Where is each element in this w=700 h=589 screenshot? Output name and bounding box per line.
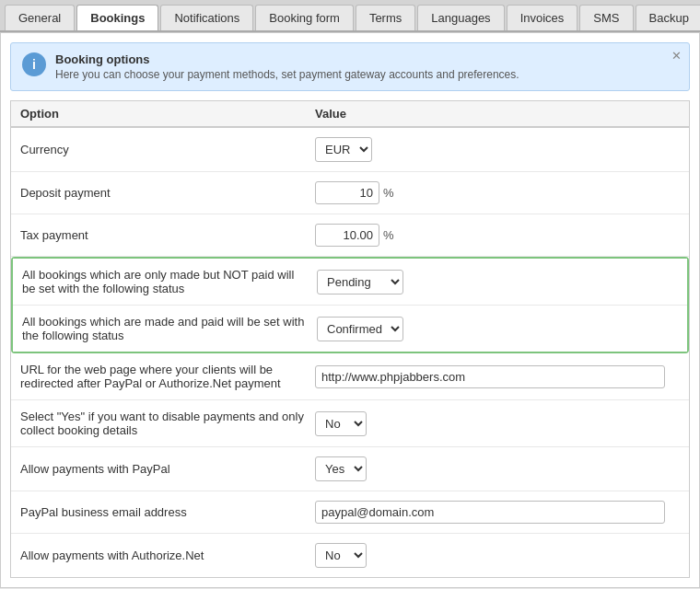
row-label: Select "Yes" if you want to disable paym… (20, 410, 315, 437)
tab-sms[interactable]: SMS (579, 5, 633, 30)
tab-terms[interactable]: Terms (356, 5, 415, 30)
table-row: Allow payments with Authorize.NetNoYes (11, 534, 689, 577)
percent-sign: % (383, 186, 394, 200)
col-value-header: Value (315, 107, 680, 121)
select-select-"yes"-if-you-[interactable]: NoYes (315, 411, 367, 436)
row-value: ConfirmedPendingCancelled (317, 317, 678, 341)
select-allow-payments-with-[interactable]: NoYes (315, 543, 367, 568)
main-content: i Booking options Here you can choose yo… (0, 32, 700, 588)
row-label: Currency (20, 143, 315, 156)
tab-notifications[interactable]: Notifications (160, 5, 253, 30)
banner-text: Booking options Here you can choose your… (55, 52, 678, 81)
tab-bookings[interactable]: Bookings (76, 5, 158, 30)
row-value: NoYes (315, 411, 680, 436)
percent-sign: % (383, 228, 394, 242)
row-value: PendingConfirmedCancelled (317, 270, 678, 294)
info-icon: i (22, 52, 46, 76)
table-row: Allow payments with PayPalYesNo (11, 447, 689, 491)
col-option-header: Option (20, 107, 315, 121)
table-row: All bookings which are only made but NOT… (13, 259, 687, 306)
options-table: Option Value CurrencyEURUSDGBPJPYDeposit… (10, 100, 690, 578)
banner-title: Booking options (55, 52, 678, 66)
row-value (315, 365, 680, 388)
table-row: Tax payment% (11, 214, 689, 257)
row-value: EURUSDGBPJPY (315, 137, 680, 162)
table-row: All bookings which are made and paid wil… (13, 306, 687, 352)
number-input[interactable] (315, 181, 379, 204)
row-label: Allow payments with Authorize.Net (20, 549, 315, 562)
row-value: % (315, 181, 680, 204)
rows-container: CurrencyEURUSDGBPJPYDeposit payment%Tax … (11, 128, 689, 577)
select-currency[interactable]: EURUSDGBPJPY (315, 137, 372, 162)
table-row: CurrencyEURUSDGBPJPY (11, 128, 689, 172)
select-all-bookings-which-a[interactable]: PendingConfirmedCancelled (317, 270, 403, 294)
row-value: NoYes (315, 543, 680, 568)
select-allow-payments-with-[interactable]: YesNo (315, 456, 367, 481)
row-label: Allow payments with PayPal (20, 462, 315, 476)
tab-general[interactable]: General (5, 5, 75, 30)
row-value: % (315, 224, 680, 247)
row-label: Tax payment (20, 228, 315, 242)
row-value: YesNo (315, 456, 680, 481)
close-banner-button[interactable]: ✕ (671, 49, 682, 63)
row-label: Deposit payment (20, 186, 315, 200)
highlight-group: All bookings which are only made but NOT… (11, 257, 689, 353)
tab-invoices[interactable]: Invoices (507, 5, 578, 30)
tab-bar: GeneralBookingsNotificationsBooking form… (0, 0, 700, 32)
table-row: Select "Yes" if you want to disable paym… (11, 400, 689, 447)
table-row: Deposit payment% (11, 172, 689, 214)
banner-desc: Here you can choose your payment methods… (55, 68, 678, 81)
row-label: All bookings which are only made but NOT… (22, 268, 317, 295)
row-label: PayPal business email address (20, 505, 315, 519)
row-value (315, 501, 680, 524)
url-input[interactable] (315, 365, 665, 388)
number-input[interactable] (315, 224, 379, 247)
table-row: PayPal business email address (11, 491, 689, 534)
info-banner: i Booking options Here you can choose yo… (10, 42, 690, 91)
row-label: URL for the web page where your clients … (20, 363, 315, 390)
tab-languages[interactable]: Languages (417, 5, 504, 30)
email-input[interactable] (315, 501, 665, 524)
table-header: Option Value (11, 101, 689, 128)
select-all-bookings-which-a[interactable]: ConfirmedPendingCancelled (317, 317, 403, 341)
row-label: All bookings which are made and paid wil… (22, 315, 317, 342)
tab-booking-form[interactable]: Booking form (255, 5, 354, 30)
table-row: URL for the web page where your clients … (11, 353, 689, 400)
tab-backup[interactable]: Backup (636, 5, 701, 30)
